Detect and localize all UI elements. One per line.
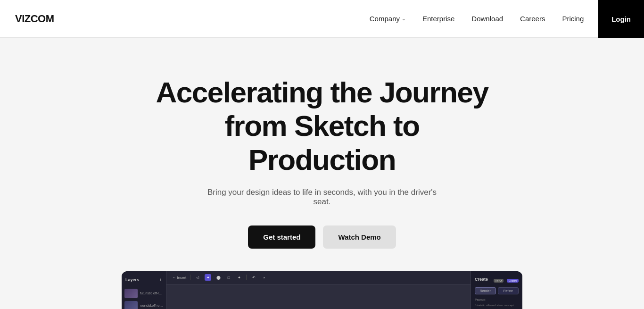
- hero-title: Accelerating the Journey from Sketch to …: [152, 75, 492, 176]
- pro-badge: PRO: [494, 279, 504, 283]
- rect-tool-icon[interactable]: □: [225, 274, 232, 281]
- layers-panel-header: Layers +: [122, 275, 166, 284]
- render-button[interactable]: Render: [475, 287, 496, 294]
- create-panel: Create PRO Export Render Refine Prompt f…: [471, 271, 522, 309]
- canvas-area: ← Insert ◁ ✦ ⬤ □ ✦ ↶ ×: [166, 271, 471, 309]
- circle-tool-icon[interactable]: ⬤: [215, 274, 222, 281]
- star-tool-icon[interactable]: ✦: [236, 274, 242, 281]
- toolbar-separator: [246, 275, 247, 280]
- nav-item-pricing[interactable]: Pricing: [562, 15, 584, 23]
- app-preview: Layers + futuristic off-roa... roundsLof…: [122, 271, 522, 309]
- hero-subtitle: Bring your design ideas to life in secon…: [199, 188, 445, 207]
- undo-icon[interactable]: ↶: [250, 274, 257, 281]
- export-badge[interactable]: Export: [507, 279, 519, 283]
- close-icon[interactable]: ×: [261, 274, 267, 281]
- layer-thumbnail: [124, 289, 138, 298]
- create-panel-header: Create PRO Export: [475, 275, 519, 284]
- canvas-content: [166, 284, 471, 309]
- layers-panel-title: Layers: [125, 277, 139, 282]
- nav-links: Company ⌄ Enterprise Download Careers Pr…: [370, 15, 625, 23]
- insert-button[interactable]: ← Insert: [172, 276, 186, 280]
- watch-demo-button[interactable]: Watch Demo: [323, 225, 396, 249]
- add-layer-icon[interactable]: +: [159, 277, 162, 283]
- layer-label: roundsLoff-roa...: [140, 304, 163, 307]
- refine-button[interactable]: Refine: [498, 287, 519, 294]
- layer-item[interactable]: roundsLoff-roa...: [122, 300, 166, 309]
- chevron-down-icon: ⌄: [402, 16, 405, 21]
- layer-label: futuristic off-roa...: [140, 292, 163, 295]
- navbar: VIZCOM Company ⌄ Enterprise Download Car…: [0, 0, 644, 38]
- pen-tool-icon[interactable]: ✦: [205, 274, 211, 281]
- prompt-label: Prompt: [475, 298, 519, 301]
- panel-badges: PRO Export: [494, 275, 519, 284]
- toolbar-separator: [190, 275, 190, 280]
- prompt-text[interactable]: futuristic off-road silver concept: [475, 303, 519, 307]
- render-refine-buttons: Render Refine: [475, 287, 519, 294]
- nav-item-careers[interactable]: Careers: [520, 15, 545, 23]
- layers-panel: Layers + futuristic off-roa... roundsLof…: [122, 271, 166, 309]
- toolbar: ← Insert ◁ ✦ ⬤ □ ✦ ↶ ×: [166, 271, 471, 284]
- cursor-tool-icon[interactable]: ◁: [194, 274, 201, 281]
- hero-buttons: Get started Watch Demo: [248, 225, 396, 249]
- logo: VIZCOM: [15, 13, 54, 25]
- get-started-button[interactable]: Get started: [248, 225, 315, 249]
- layer-item[interactable]: futuristic off-roa...: [122, 287, 166, 300]
- app-preview-inner: Layers + futuristic off-roa... roundsLof…: [122, 271, 522, 309]
- layer-thumbnail: [124, 301, 138, 309]
- nav-item-company[interactable]: Company ⌄: [370, 15, 405, 23]
- hero-section: Accelerating the Journey from Sketch to …: [0, 38, 644, 309]
- nav-item-enterprise[interactable]: Enterprise: [422, 15, 454, 23]
- login-button[interactable]: Login: [598, 0, 644, 38]
- create-panel-title: Create: [475, 277, 488, 282]
- nav-item-download[interactable]: Download: [471, 15, 503, 23]
